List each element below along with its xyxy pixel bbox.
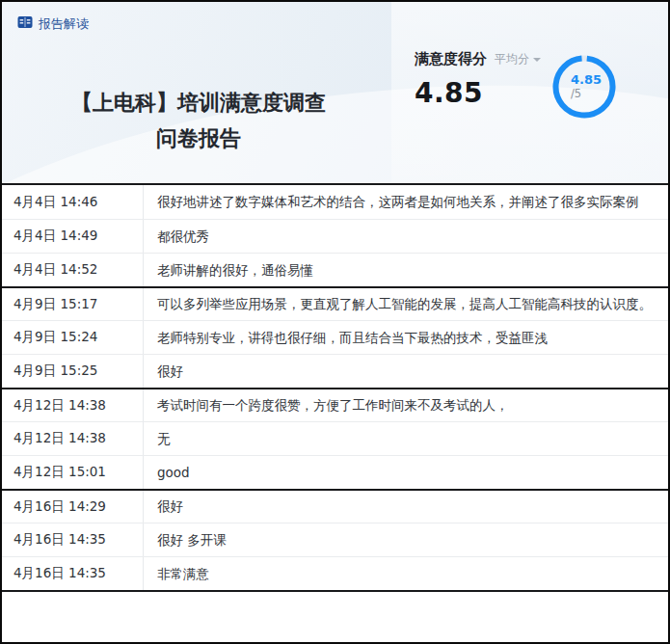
score-value: 4.85 bbox=[415, 77, 668, 109]
gauge-value: 4.85 bbox=[571, 72, 602, 88]
average-selector[interactable]: 平均分 bbox=[495, 51, 541, 67]
table-row: 4月16日 14:35 非常满意 bbox=[2, 556, 668, 590]
report-header: 报告解读 【上电科】培训满意度调查 问卷报告 满意度得分 平均分 4.85 bbox=[2, 2, 668, 183]
survey-title-line2: 问卷报告 bbox=[2, 121, 395, 156]
row-comment: 都很优秀 bbox=[144, 220, 668, 253]
book-icon bbox=[17, 14, 33, 33]
report-guide-link[interactable]: 报告解读 bbox=[17, 14, 89, 33]
row-time: 4月9日 15:24 bbox=[2, 321, 144, 354]
caret-down-icon bbox=[533, 58, 541, 66]
average-selector-label: 平均分 bbox=[495, 51, 529, 67]
row-time: 4月12日 14:38 bbox=[2, 389, 144, 421]
comment-table: 4月4日 14:46 很好地讲述了数字媒体和艺术的结合，这两者是如何地关系，并阐… bbox=[2, 183, 668, 592]
score-panel: 满意度得分 平均分 4.85 4.85 /5 bbox=[391, 2, 668, 183]
survey-title: 【上电科】培训满意度调查 问卷报告 bbox=[2, 85, 395, 156]
table-row: 4月4日 14:52 老师讲解的很好，通俗易懂 bbox=[2, 253, 668, 286]
gauge-text: 4.85 /5 bbox=[552, 55, 616, 119]
row-comment: 可以多列举些应用场景，更直观了解人工智能的发展，提高人工智能高科技的认识度。 bbox=[144, 288, 668, 320]
table-row: 4月12日 14:38 考试时间有一个跨度很赞，方便了工作时间来不及考试的人， bbox=[2, 388, 668, 421]
row-comment: 老师特别专业，讲得也很仔细，而且结合当下最热的技术，受益匪浅 bbox=[144, 321, 668, 354]
row-time: 4月12日 14:38 bbox=[2, 422, 144, 455]
row-time: 4月4日 14:49 bbox=[2, 220, 144, 253]
row-comment: 考试时间有一个跨度很赞，方便了工作时间来不及考试的人， bbox=[144, 389, 668, 421]
table-row: 4月4日 14:46 很好地讲述了数字媒体和艺术的结合，这两者是如何地关系，并阐… bbox=[2, 185, 668, 219]
row-comment: 很好 多开课 bbox=[144, 523, 668, 556]
table-row: 4月12日 15:01 good bbox=[2, 455, 668, 489]
row-comment: 非常满意 bbox=[144, 557, 668, 590]
table-row: 4月16日 14:35 很好 多开课 bbox=[2, 523, 668, 556]
row-time: 4月9日 15:17 bbox=[2, 288, 144, 320]
gauge-max: /5 bbox=[571, 88, 581, 101]
row-time: 4月12日 15:01 bbox=[2, 456, 144, 489]
table-row: 4月9日 15:24 老师特别专业，讲得也很仔细，而且结合当下最热的技术，受益匪… bbox=[2, 320, 668, 354]
row-time: 4月16日 14:35 bbox=[2, 557, 144, 590]
row-time: 4月9日 15:25 bbox=[2, 355, 144, 388]
survey-title-line1: 【上电科】培训满意度调查 bbox=[2, 85, 395, 121]
row-comment: 老师讲解的很好，通俗易懂 bbox=[144, 254, 668, 286]
table-row: 4月9日 15:25 很好 bbox=[2, 354, 668, 388]
table-row: 4月9日 15:17 可以多列举些应用场景，更直观了解人工智能的发展，提高人工智… bbox=[2, 286, 668, 320]
table-row: 4月12日 14:38 无 bbox=[2, 421, 668, 455]
row-time: 4月16日 14:35 bbox=[2, 523, 144, 556]
score-label: 满意度得分 bbox=[415, 50, 487, 68]
row-comment: 很好地讲述了数字媒体和艺术的结合，这两者是如何地关系，并阐述了很多实际案例 bbox=[144, 185, 668, 219]
next-row-partial bbox=[2, 592, 668, 597]
row-time: 4月16日 14:29 bbox=[2, 491, 144, 523]
table-row: 4月4日 14:49 都很优秀 bbox=[2, 219, 668, 253]
row-comment: 很好 bbox=[144, 355, 668, 388]
row-comment: 很好 bbox=[144, 491, 668, 523]
row-comment: good bbox=[144, 456, 668, 489]
table-row: 4月16日 14:29 很好 bbox=[2, 489, 668, 523]
report-guide-label[interactable]: 报告解读 bbox=[39, 15, 89, 33]
survey-report-page: 报告解读 【上电科】培训满意度调查 问卷报告 满意度得分 平均分 4.85 bbox=[0, 0, 670, 644]
row-time: 4月4日 14:46 bbox=[2, 185, 144, 219]
score-gauge: 4.85 /5 bbox=[552, 55, 616, 119]
row-comment: 无 bbox=[144, 422, 668, 455]
row-time: 4月4日 14:52 bbox=[2, 254, 144, 286]
